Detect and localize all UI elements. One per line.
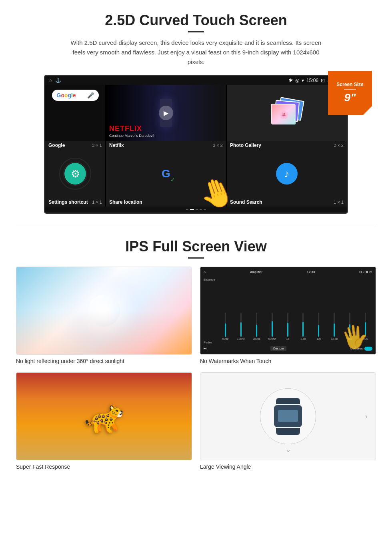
hand-eq-icon: 🖐 — [339, 322, 370, 352]
status-left: ⌂ ⚓ — [49, 78, 61, 83]
dot-4 — [200, 209, 202, 210]
title-divider-2 — [188, 257, 204, 259]
share-app-cell[interactable]: G ✓ 🤚 — [106, 150, 226, 198]
gallery-label: Photo Gallery 2 × 2 — [227, 141, 347, 150]
pagination-dots — [45, 207, 347, 213]
android-screen: ⌂ ⚓ ✱ ◎ ▾ 15:06 ⊡ ♪ ⊠ ▭ — [44, 75, 348, 214]
gallery-stack: 🌸 — [271, 99, 303, 127]
car-arrow-right: › — [365, 412, 368, 421]
amp-header: ⌂ Amplifier 17:33 ⊡ ♪ ⊠ ▭ — [204, 270, 372, 274]
car-top-view — [274, 398, 302, 435]
ips-item-car: › ⌄ Large Viewing Angle — [200, 372, 376, 470]
gmaps-icon: G ✓ — [156, 164, 176, 184]
title-divider-1 — [188, 31, 204, 32]
amp-side-labels: Balance Fader — [204, 278, 217, 344]
play-button[interactable]: ▶ — [159, 106, 173, 120]
google-logo: Google — [57, 92, 76, 98]
eq-band-6: 10k — [312, 313, 326, 340]
bluetooth-icon: ✱ — [289, 78, 293, 83]
ips-grid: No light reflecting under 360° direct su… — [16, 267, 376, 470]
netflix-subtitle: Continue Marvel's Daredevil — [109, 134, 154, 138]
gallery-card-3: 🌸 — [271, 104, 295, 124]
sound-app-cell[interactable]: ♪ — [227, 150, 347, 198]
eq-band-0: 60hz — [218, 313, 232, 340]
app-grid-bottom: ⚙ G ✓ 🤚 ♪ — [45, 150, 347, 198]
home-icon[interactable]: ⌂ — [49, 78, 52, 83]
settings-bg — [45, 150, 105, 198]
flower-image: 🌸 — [272, 104, 296, 124]
ips-item-sunlight: No light reflecting under 360° direct su… — [16, 267, 192, 364]
location-icon: ◎ — [295, 78, 299, 83]
google-app-cell[interactable]: Google 🎤 — [45, 85, 105, 141]
car-visual: › ⌄ — [200, 373, 376, 460]
eq-band-4: 1k — [281, 313, 295, 340]
amplifier-caption: No Watermarks When Touch — [200, 358, 376, 364]
section-divider — [16, 226, 376, 226]
sound-label: Sound Search 1 × 1 — [227, 198, 347, 207]
cheetah-image: 🐆 — [16, 372, 192, 460]
amp-prev-icon[interactable]: ⏮ — [204, 347, 207, 350]
netflix-logo: NETFLIX — [109, 124, 154, 133]
cheetah-icon: 🐆 — [84, 397, 124, 435]
gmaps-check: ✓ — [170, 177, 175, 183]
ips-item-amplifier: ⌂ Amplifier 17:33 ⊡ ♪ ⊠ ▭ Balance Fader … — [200, 267, 376, 364]
eq-band-5: 2.5k — [296, 313, 310, 340]
status-bar: ⌂ ⚓ ✱ ◎ ▾ 15:06 ⊡ ♪ ⊠ ▭ — [45, 76, 347, 85]
car-image: › ⌄ — [200, 372, 376, 460]
dot-2-active — [190, 209, 194, 210]
sunlight-caption: No light reflecting under 360° direct su… — [16, 358, 192, 364]
amp-icons: ⊡ ♪ ⊠ ▭ — [359, 270, 372, 274]
section2-title: IPS Full Screen View — [16, 238, 376, 255]
mic-icon[interactable]: 🎤 — [87, 92, 94, 98]
amplifier-visual: ⌂ Amplifier 17:33 ⊡ ♪ ⊠ ▭ Balance Fader … — [200, 267, 376, 354]
sunlight-visual — [16, 267, 192, 354]
section1-desc: With 2.5D curved-display screen, this de… — [68, 38, 324, 67]
badge-size: 9" — [344, 91, 356, 104]
amplifier-image: ⌂ Amplifier 17:33 ⊡ ♪ ⊠ ▭ Balance Fader … — [200, 267, 376, 355]
sunlight-image — [16, 267, 192, 355]
amp-home-icon: ⌂ — [204, 270, 206, 274]
usb-icon: ⚓ — [55, 78, 61, 83]
settings-label: Settings shortcut 1 × 1 — [45, 198, 105, 207]
eq-band-2: 200hz — [250, 313, 264, 340]
gmaps-letter: G — [162, 167, 170, 180]
netflix-app-cell[interactable]: ▶ NETFLIX Continue Marvel's Daredevil — [106, 85, 226, 141]
dot-1 — [186, 209, 188, 210]
google-search-bar[interactable]: Google 🎤 — [52, 90, 99, 101]
balance-label: Balance — [204, 278, 215, 281]
eq-band-3: 500hz — [265, 313, 279, 340]
screen-container: Screen Size 9" ⌂ ⚓ ✱ ◎ ▾ 15:06 ⊡ ♪ ⊠ — [44, 75, 348, 214]
page-wrapper: 2.5D Curved Touch Screen With 2.5D curve… — [0, 0, 392, 482]
time-display: 15:06 — [306, 78, 318, 83]
app-grid-top: Google 🎤 ▶ NETFLIX Continue — [45, 85, 347, 141]
sound-search-icon: ♪ — [276, 163, 298, 185]
netflix-label: Netflix 3 × 2 — [106, 141, 226, 150]
amp-title: Amplifier — [250, 270, 262, 274]
cheetah-caption: Super Fast Response — [16, 464, 192, 470]
car-caption: Large Viewing Angle — [200, 464, 376, 470]
amp-custom-button[interactable]: Custom — [270, 346, 286, 351]
fader-label: Fader — [204, 341, 215, 344]
google-label: Google 3 × 1 — [45, 141, 105, 150]
wifi-icon: ▾ — [302, 78, 304, 83]
row2-labels: Settings shortcut 1 × 1 Share location 1… — [45, 198, 347, 207]
row1-labels: Google 3 × 1 Netflix 3 × 2 Photo Gallery… — [45, 141, 347, 150]
cheetah-visual: 🐆 — [16, 373, 192, 460]
settings-app-cell[interactable]: ⚙ — [45, 150, 105, 198]
eq-band-1: 100hz — [234, 313, 248, 340]
screen-size-badge: Screen Size 9" — [328, 71, 372, 115]
netflix-overlay: NETFLIX Continue Marvel's Daredevil — [109, 124, 154, 138]
badge-divider — [344, 89, 356, 90]
badge-label: Screen Size — [336, 82, 363, 87]
camera-icon: ⊡ — [321, 78, 325, 83]
ips-item-cheetah: 🐆 Super Fast Response — [16, 372, 192, 470]
car-arrow-down: ⌄ — [285, 445, 291, 454]
car-circle — [260, 388, 316, 444]
section1-title: 2.5D Curved Touch Screen — [16, 12, 376, 29]
dot-3 — [196, 209, 198, 210]
amp-time: 17:33 — [307, 270, 315, 274]
